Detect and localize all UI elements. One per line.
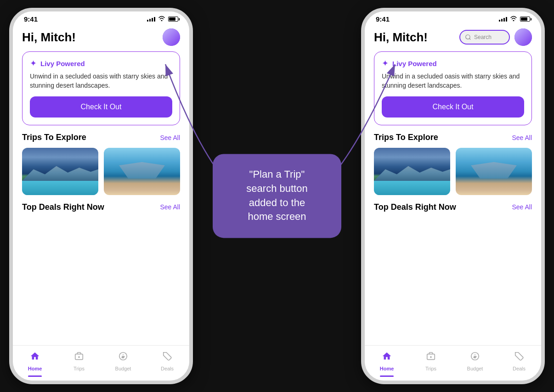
- svg-point-4: [466, 35, 470, 39]
- nav-budget-left[interactable]: Budget: [101, 349, 145, 373]
- trip-card-mountain-left[interactable]: Mystic Mountain Retreat Discover scenic …: [22, 148, 98, 195]
- header-right-left: [163, 28, 180, 46]
- wifi-icon: [158, 16, 165, 22]
- phone-left: 9:41: [9, 8, 193, 384]
- tooltip-container: "Plan a Trip" search button added to the…: [213, 154, 341, 238]
- livy-desc-right: Unwind in a secluded oasis with starry s…: [382, 72, 524, 90]
- trips-icon-left: [74, 351, 84, 364]
- mountain-image-left: [22, 148, 98, 195]
- tooltip-text: "Plan a Trip" search button added to the…: [246, 168, 307, 222]
- battery-icon: [168, 17, 178, 22]
- deals-header-left: Top Deals Right Now See All: [22, 202, 180, 212]
- mountain-image-right: [374, 148, 450, 195]
- trips-header-left: Trips To Explore See All: [22, 133, 180, 142]
- signal-icon-right: [499, 17, 507, 22]
- deals-see-all-right[interactable]: See All: [512, 203, 532, 211]
- avatar-left: [163, 28, 180, 46]
- check-it-out-button-left[interactable]: Check It Out: [30, 96, 172, 118]
- livy-card-right: ✦ Livy Powered Unwind in a secluded oasi…: [374, 51, 532, 125]
- deals-icon-right: [514, 351, 524, 364]
- nav-trips-right[interactable]: Trips: [409, 349, 453, 373]
- home-icon-right: [382, 351, 392, 364]
- status-icons-left: [147, 16, 178, 22]
- livy-label-right: Livy Powered: [392, 60, 437, 67]
- nav-budget-label-right: Budget: [467, 366, 483, 371]
- nav-deals-label-left: Deals: [161, 366, 174, 371]
- livy-card-left: ✦ Livy Powered Unwind in a secluded oasi…: [22, 51, 180, 125]
- scene: 9:41: [0, 0, 554, 392]
- livy-star-icon-right: ✦: [382, 58, 389, 68]
- time-right: 9:41: [376, 15, 390, 23]
- battery-icon-right: [520, 17, 530, 22]
- app-header-right: Hi, Mitch! Search: [374, 25, 532, 51]
- phone-content-left[interactable]: Hi, Mitch! ✦ Livy Powered U: [13, 25, 189, 345]
- livy-header-right: ✦ Livy Powered: [382, 58, 524, 68]
- phone-right: 9:41: [361, 8, 545, 384]
- trips-see-all-left[interactable]: See All: [160, 134, 180, 141]
- trips-see-all-right[interactable]: See All: [512, 134, 532, 141]
- avatar-right: [514, 28, 532, 46]
- deals-see-all-left[interactable]: See All: [160, 203, 180, 211]
- deals-icon-left: [162, 351, 172, 364]
- app-header-left: Hi, Mitch!: [22, 25, 180, 51]
- search-placeholder: Search: [474, 34, 492, 40]
- greeting-right: Hi, Mitch!: [374, 30, 428, 45]
- nav-budget-label-left: Budget: [115, 366, 131, 371]
- nav-deals-label-right: Deals: [513, 366, 526, 371]
- check-it-out-button-right[interactable]: Check It Out: [382, 96, 524, 118]
- greeting-left: Hi, Mitch!: [22, 30, 76, 45]
- status-bar-right: 9:41: [365, 11, 541, 25]
- trips-row-right: Mystic Mountain Retreat Discover scenic …: [374, 148, 532, 195]
- deals-title-left: Top Deals Right Now: [22, 202, 104, 212]
- deals-title-right: Top Deals Right Now: [374, 202, 456, 212]
- tooltip-box: "Plan a Trip" search button added to the…: [213, 154, 341, 238]
- budget-icon-left: [118, 351, 128, 364]
- deals-header-right: Top Deals Right Now See All: [374, 202, 532, 212]
- phone-content-right[interactable]: Hi, Mitch! Search: [365, 25, 541, 345]
- bottom-nav-right: Home Trips Budget: [365, 345, 541, 381]
- trips-title-right: Trips To Explore: [374, 133, 438, 142]
- beach-image-right: [456, 148, 532, 195]
- trips-title-left: Trips To Explore: [22, 133, 86, 142]
- time-left: 9:41: [24, 15, 38, 23]
- beach-image-left: [104, 148, 180, 195]
- livy-star-icon: ✦: [30, 58, 37, 68]
- livy-header-left: ✦ Livy Powered: [30, 58, 172, 68]
- trips-header-right: Trips To Explore See All: [374, 133, 532, 142]
- status-icons-right: [499, 16, 530, 22]
- home-icon-left: [30, 351, 40, 364]
- trip-card-mountain-right[interactable]: Mystic Mountain Retreat Discover scenic …: [374, 148, 450, 195]
- livy-label-left: Livy Powered: [40, 60, 85, 67]
- trip-card-island-right[interactable]: Island Adven... Relax on sandy... and vi…: [456, 148, 532, 195]
- nav-home-left[interactable]: Home: [13, 349, 57, 373]
- header-right-right: Search: [459, 28, 532, 46]
- search-bar[interactable]: Search: [459, 30, 510, 45]
- nav-trips-left[interactable]: Trips: [57, 349, 101, 373]
- wifi-icon-right: [510, 16, 517, 22]
- trips-row-left: Mystic Mountain Retreat Discover scenic …: [22, 148, 180, 195]
- budget-icon-right: [470, 351, 480, 364]
- search-icon-right: [465, 34, 471, 40]
- nav-home-label-right: Home: [380, 366, 394, 371]
- trip-card-island-left[interactable]: Island Adven... Relax on sandy... and vi…: [104, 148, 180, 195]
- nav-trips-label-right: Trips: [425, 366, 436, 371]
- trips-icon-right: [426, 351, 436, 364]
- nav-home-right[interactable]: Home: [365, 349, 409, 373]
- nav-budget-right[interactable]: Budget: [453, 349, 497, 373]
- livy-desc-left: Unwind in a secluded oasis with starry s…: [30, 72, 172, 90]
- nav-deals-right[interactable]: Deals: [497, 349, 541, 373]
- nav-home-label-left: Home: [28, 366, 42, 371]
- signal-icon: [147, 17, 155, 22]
- nav-trips-label-left: Trips: [73, 366, 85, 371]
- bottom-nav-left: Home Trips Budget: [13, 345, 189, 381]
- status-bar-left: 9:41: [13, 11, 189, 25]
- nav-deals-left[interactable]: Deals: [145, 349, 189, 373]
